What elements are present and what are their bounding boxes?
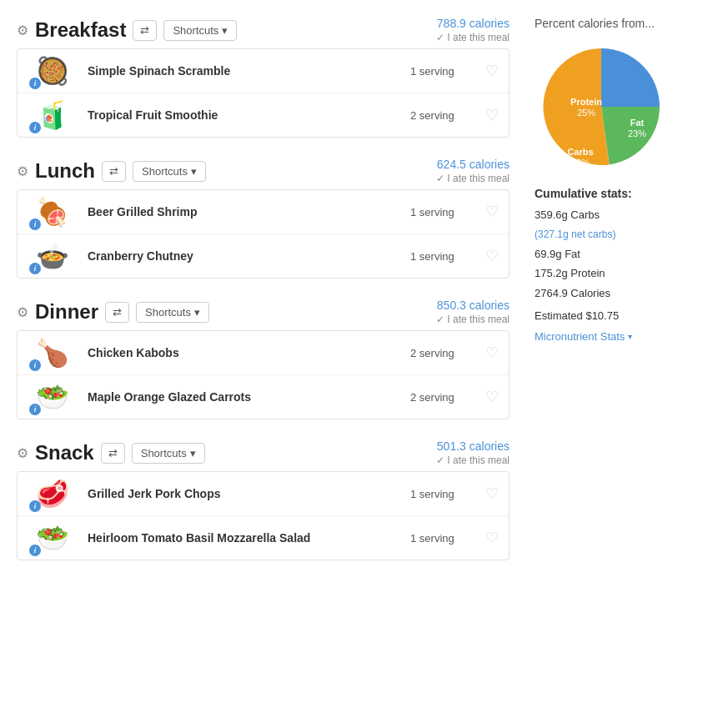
svg-text:Fat: Fat [630,118,645,128]
meal-header-snack: ⚙ Snack ⇄ Shortcuts ▾ 501.3 calories ✓ I… [17,439,510,466]
cumulative-stats: 359.6g Carbs (327.1g net carbs) 69.9g Fa… [535,205,701,303]
calories-stat: 2764.9 Calories [535,284,701,303]
gear-icon-breakfast[interactable]: ⚙ [17,23,28,38]
calories-link-dinner[interactable]: 850.3 calories [436,299,510,312]
shuffle-button-snack[interactable]: ⇄ [101,443,125,464]
shortcuts-button-dinner[interactable]: Shortcuts ▾ [136,302,209,323]
pie-chart: Protein 25% Fat 23% Carbs 52% [535,40,668,173]
food-list-dinner: 🍗 i Chicken Kabobs 2 serving ♡ 🥗 i Maple… [17,330,510,419]
meal-header-breakfast: ⚙ Breakfast ⇄ Shortcuts ▾ 788.9 calories… [17,17,510,43]
food-name-snack-1: Heirloom Tomato Basil Mozzarella Salad [78,531,410,545]
food-emoji-snack-1: 🥗 [36,525,69,551]
check-icon-breakfast: ✓ [436,32,444,43]
food-icon-snack-0: 🥩 i [28,480,78,507]
shortcuts-label: Shortcuts [145,306,191,319]
net-carbs: (327.1g net carbs) [535,228,615,240]
protein-stat: 175.2g Protein [535,264,701,283]
favorite-button-snack-1[interactable]: ♡ [485,529,499,547]
food-icon-breakfast-0: 🥘 i [28,58,78,84]
svg-text:Carbs: Carbs [567,147,593,157]
gear-icon-lunch[interactable]: ⚙ [17,163,28,179]
food-icon-dinner-1: 🥗 i [28,384,78,410]
carbs-stat: 359.6g Carbs [535,205,701,224]
info-icon-snack-1[interactable]: i [29,545,41,556]
food-name-lunch-1: Cranberry Chutney [78,249,410,263]
meal-title-snack: Snack [35,441,94,464]
food-serving-lunch-0: 1 serving [410,206,485,218]
food-serving-dinner-1: 2 serving [410,391,485,404]
ate-meal-dinner[interactable]: ✓ I ate this meal [436,314,510,325]
favorite-button-breakfast-0[interactable]: ♡ [485,62,499,80]
ate-meal-snack[interactable]: ✓ I ate this meal [436,454,510,466]
info-icon-dinner-0[interactable]: i [29,359,41,371]
shuffle-button-breakfast[interactable]: ⇄ [133,20,157,41]
info-icon-dinner-1[interactable]: i [29,404,41,415]
food-name-breakfast-1: Tropical Fruit Smoothie [78,108,410,122]
meal-section-snack: ⚙ Snack ⇄ Shortcuts ▾ 501.3 calories ✓ I… [17,439,510,560]
shuffle-icon: ⇄ [108,447,118,459]
micronutrient-link[interactable]: Micronutrient Stats ▾ [535,330,632,343]
food-item-snack-0: 🥩 i Grilled Jerk Pork Chops 1 serving ♡ [18,472,509,516]
dropdown-arrow-icon: ▾ [222,24,228,37]
gear-icon-dinner[interactable]: ⚙ [17,304,28,320]
food-list-snack: 🥩 i Grilled Jerk Pork Chops 1 serving ♡ … [17,471,510,560]
shortcuts-label: Shortcuts [142,165,188,178]
food-item-dinner-0: 🍗 i Chicken Kabobs 2 serving ♡ [18,331,509,375]
meal-header-right-lunch: 624.5 calories ✓ I ate this meal [436,158,510,184]
dropdown-arrow-icon: ▾ [191,165,197,178]
shortcuts-button-breakfast[interactable]: Shortcuts ▾ [163,20,237,41]
cumulative-title: Cumulative stats: [535,187,701,200]
stats-panel: Percent calories from... [526,17,701,580]
meal-header-left-snack: ⚙ Snack ⇄ Shortcuts ▾ [17,441,205,464]
meal-header-right-dinner: 850.3 calories ✓ I ate this meal [436,299,510,325]
favorite-button-dinner-0[interactable]: ♡ [485,344,499,362]
meal-header-left-dinner: ⚙ Dinner ⇄ Shortcuts ▾ [17,300,209,324]
shortcuts-button-snack[interactable]: Shortcuts ▾ [132,443,205,464]
food-serving-lunch-1: 1 serving [410,250,485,263]
info-icon-lunch-0[interactable]: i [29,218,41,230]
shuffle-button-dinner[interactable]: ⇄ [105,302,129,323]
meal-section-breakfast: ⚙ Breakfast ⇄ Shortcuts ▾ 788.9 calories… [17,17,510,138]
favorite-button-breakfast-1[interactable]: ♡ [485,106,499,124]
favorite-button-lunch-1[interactable]: ♡ [485,247,499,265]
food-emoji-breakfast-0: 🥘 [36,58,69,84]
meal-header-right-snack: 501.3 calories ✓ I ate this meal [436,439,510,466]
svg-text:52%: 52% [571,158,590,168]
calories-link-snack[interactable]: 501.3 calories [436,439,510,453]
shuffle-button-lunch[interactable]: ⇄ [102,161,126,182]
food-list-breakfast: 🥘 i Simple Spinach Scramble 1 serving ♡ … [17,48,510,138]
shuffle-icon: ⇄ [109,165,118,178]
check-icon-lunch: ✓ [436,173,444,184]
shortcuts-label: Shortcuts [141,447,187,459]
ate-meal-breakfast[interactable]: ✓ I ate this meal [436,32,510,43]
food-icon-breakfast-1: 🧃 i [28,102,78,128]
info-icon-breakfast-0[interactable]: i [29,78,41,89]
food-name-lunch-0: Beer Grilled Shrimp [78,205,410,218]
meal-title-dinner: Dinner [35,300,98,324]
dropdown-arrow-icon: ▾ [194,306,200,319]
fat-stat: 69.9g Fat [535,244,701,264]
food-item-breakfast-0: 🥘 i Simple Spinach Scramble 1 serving ♡ [18,49,509,93]
meal-section-dinner: ⚙ Dinner ⇄ Shortcuts ▾ 850.3 calories ✓ … [17,299,510,419]
meal-title-breakfast: Breakfast [35,18,126,42]
shortcuts-label: Shortcuts [173,24,218,37]
favorite-button-dinner-1[interactable]: ♡ [485,388,499,406]
ate-meal-lunch[interactable]: ✓ I ate this meal [436,173,510,184]
food-emoji-lunch-1: 🍲 [36,243,69,269]
food-list-lunch: 🍖 i Beer Grilled Shrimp 1 serving ♡ 🍲 i … [17,189,510,279]
favorite-button-lunch-0[interactable]: ♡ [485,203,499,221]
food-item-breakfast-1: 🧃 i Tropical Fruit Smoothie 2 serving ♡ [18,93,509,137]
meal-header-left-lunch: ⚙ Lunch ⇄ Shortcuts ▾ [17,159,206,183]
shortcuts-button-lunch[interactable]: Shortcuts ▾ [133,161,206,182]
food-emoji-lunch-0: 🍖 [36,198,69,225]
info-icon-snack-0[interactable]: i [29,500,41,512]
food-emoji-snack-0: 🥩 [36,480,69,507]
svg-text:23%: 23% [628,128,646,138]
info-icon-lunch-1[interactable]: i [29,263,41,274]
food-serving-breakfast-0: 1 serving [410,65,485,78]
calories-link-breakfast[interactable]: 788.9 calories [436,17,510,30]
gear-icon-snack[interactable]: ⚙ [17,445,28,461]
calories-link-lunch[interactable]: 624.5 calories [436,158,510,171]
favorite-button-snack-0[interactable]: ♡ [485,484,499,503]
info-icon-breakfast-1[interactable]: i [29,122,41,133]
